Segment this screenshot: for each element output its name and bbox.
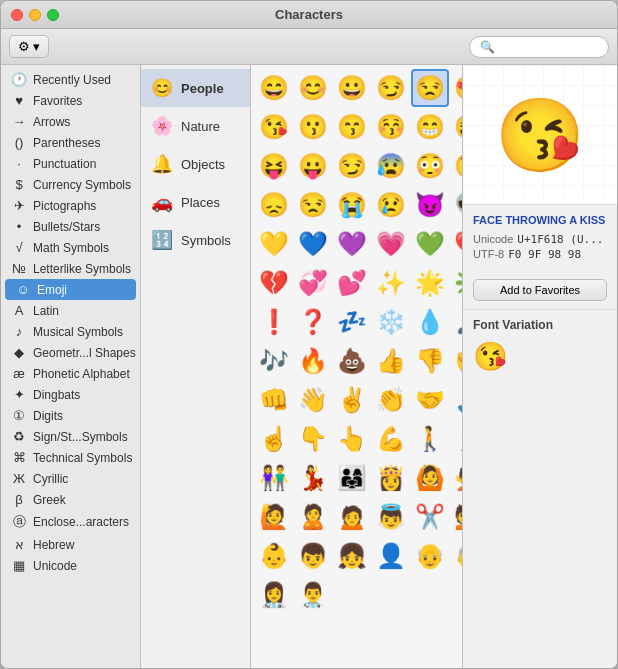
emoji-cell[interactable]: 🔥 [294,342,332,380]
sidebar-item-recently-used[interactable]: 🕐Recently Used [1,69,140,90]
emoji-cell[interactable]: 💤 [333,303,371,341]
maximize-button[interactable] [47,9,59,21]
emoji-cell[interactable]: 💔 [255,264,293,302]
emoji-cell[interactable]: 💞 [294,264,332,302]
sidebar-item-arrows[interactable]: →Arrows [1,111,140,132]
sidebar-item-phonetic[interactable]: æPhonetic Alphabet [1,363,140,384]
sidebar-item-enclosed[interactable]: ⓐEnclose...aracters [1,510,140,534]
emoji-cell[interactable]: 👍 [372,342,410,380]
emoji-cell[interactable]: 😚 [372,108,410,146]
emoji-cell[interactable]: 🎵 [450,303,462,341]
emoji-cell[interactable]: 😲 [450,147,462,185]
emoji-cell[interactable]: 👊 [255,381,293,419]
emoji-cell[interactable]: 💗 [372,225,410,263]
sidebar-item-parentheses[interactable]: ()Parentheses [1,132,140,153]
emoji-cell[interactable]: 😁 [411,108,449,146]
emoji-cell[interactable]: 🚶 [411,420,449,458]
emoji-cell[interactable]: 👨‍⚕️ [294,576,332,614]
sidebar-item-greek[interactable]: βGreek [1,489,140,510]
emoji-cell[interactable]: 💙 [294,225,332,263]
emoji-cell[interactable]: 😈 [411,186,449,224]
sidebar-item-emoji[interactable]: ☺Emoji [5,279,136,300]
sidebar-item-cyrillic[interactable]: ЖCyrillic [1,468,140,489]
emoji-cell[interactable]: 💃 [294,459,332,497]
emoji-cell[interactable]: 🙎 [294,498,332,536]
sidebar-item-pictographs[interactable]: ✈Pictographs [1,195,140,216]
close-button[interactable] [11,9,23,21]
subcat-item-symbols[interactable]: 🔢Symbols [141,221,250,259]
emoji-cell[interactable]: ❓ [294,303,332,341]
emoji-cell[interactable]: 👴 [411,537,449,575]
sidebar-item-punctuation[interactable]: ·Punctuation [1,153,140,174]
sidebar-item-letterlike[interactable]: №Letterlike Symbols [1,258,140,279]
minimize-button[interactable] [29,9,41,21]
emoji-cell[interactable]: 😏 [333,147,371,185]
sidebar-item-currency[interactable]: $Currency Symbols [1,174,140,195]
emoji-cell[interactable]: 😞 [255,186,293,224]
emoji-cell[interactable]: 💛 [255,225,293,263]
subcat-item-places[interactable]: 🚗Places [141,183,250,221]
emoji-cell[interactable]: 🎶 [255,342,293,380]
emoji-cell[interactable]: ❗ [255,303,293,341]
emoji-cell[interactable]: ❄️ [372,303,410,341]
subcat-item-nature[interactable]: 🌸Nature [141,107,250,145]
emoji-cell[interactable]: 💩 [333,342,371,380]
subcat-item-people[interactable]: 😊People [141,69,250,107]
sidebar-item-musical[interactable]: ♪Musical Symbols [1,321,140,342]
emoji-cell[interactable]: 👇 [294,420,332,458]
emoji-cell[interactable]: 😛 [294,147,332,185]
sidebar-item-math[interactable]: √Math Symbols [1,237,140,258]
emoji-cell[interactable]: 💜 [333,225,371,263]
emoji-cell[interactable]: 😜 [450,108,462,146]
emoji-cell[interactable]: 😭 [333,186,371,224]
emoji-cell[interactable]: 😊 [294,69,332,107]
emoji-cell[interactable]: ✊ [450,342,462,380]
emoji-cell[interactable]: 🏃 [450,420,462,458]
emoji-cell[interactable]: 😢 [372,186,410,224]
emoji-cell[interactable]: ✌️ [333,381,371,419]
emoji-cell[interactable]: 😒 [294,186,332,224]
sidebar-item-unicode[interactable]: ▦Unicode [1,555,140,576]
sidebar-item-bullets[interactable]: •Bullets/Stars [1,216,140,237]
add-to-favorites-button[interactable]: Add to Favorites [473,279,607,301]
emoji-cell[interactable]: 💧 [411,303,449,341]
emoji-cell[interactable]: 😘 [255,108,293,146]
emoji-cell[interactable]: 🙅 [450,459,462,497]
emoji-cell[interactable]: 😙 [333,108,371,146]
emoji-cell[interactable]: 😳 [411,147,449,185]
emoji-cell[interactable]: 👫 [255,459,293,497]
emoji-cell[interactable]: 👶 [255,537,293,575]
emoji-cell[interactable]: 😏 [372,69,410,107]
emoji-cell[interactable]: ✂️ [411,498,449,536]
search-box[interactable]: 🔍 [469,36,609,58]
emoji-cell[interactable]: 💇 [450,498,462,536]
emoji-cell[interactable]: ❇️ [450,264,462,302]
gear-button[interactable]: ⚙ ▾ [9,35,49,58]
sidebar-item-signs[interactable]: ♻Sign/St...Symbols [1,426,140,447]
emoji-cell[interactable]: 😗 [294,108,332,146]
emoji-cell[interactable]: ❤️ [450,225,462,263]
sidebar-item-favorites[interactable]: ♥Favorites [1,90,140,111]
emoji-cell[interactable]: 👋 [294,381,332,419]
emoji-cell[interactable]: 👩‍⚕️ [255,576,293,614]
emoji-cell[interactable]: ✨ [372,264,410,302]
emoji-cell[interactable]: 👆 [333,420,371,458]
emoji-cell[interactable]: 💕 [333,264,371,302]
emoji-cell[interactable]: 💪 [372,420,410,458]
emoji-cell[interactable]: 👦 [294,537,332,575]
emoji-cell[interactable]: 👨‍👩‍👧 [333,459,371,497]
emoji-cell[interactable]: 👸 [372,459,410,497]
emoji-cell[interactable]: 🙏 [450,381,462,419]
emoji-cell[interactable]: 😒 [411,69,449,107]
emoji-cell[interactable]: 🙍 [333,498,371,536]
sidebar-item-hebrew[interactable]: אHebrew [1,534,140,555]
emoji-cell[interactable]: 👤 [372,537,410,575]
emoji-cell[interactable]: 👏 [372,381,410,419]
emoji-grid-panel[interactable]: 😄😊😀😏😒😍😘😗😙😚😁😜😝😛😏😰😳😲😞😒😭😢😈👽💛💙💜💗💚❤️💔💞💕✨🌟❇️❗❓… [251,65,462,668]
emoji-cell[interactable]: 👧 [333,537,371,575]
emoji-cell[interactable]: 👎 [411,342,449,380]
emoji-cell[interactable]: 😍 [450,69,462,107]
emoji-cell[interactable]: 😰 [372,147,410,185]
emoji-cell[interactable]: 🌟 [411,264,449,302]
emoji-cell[interactable]: 👽 [450,186,462,224]
